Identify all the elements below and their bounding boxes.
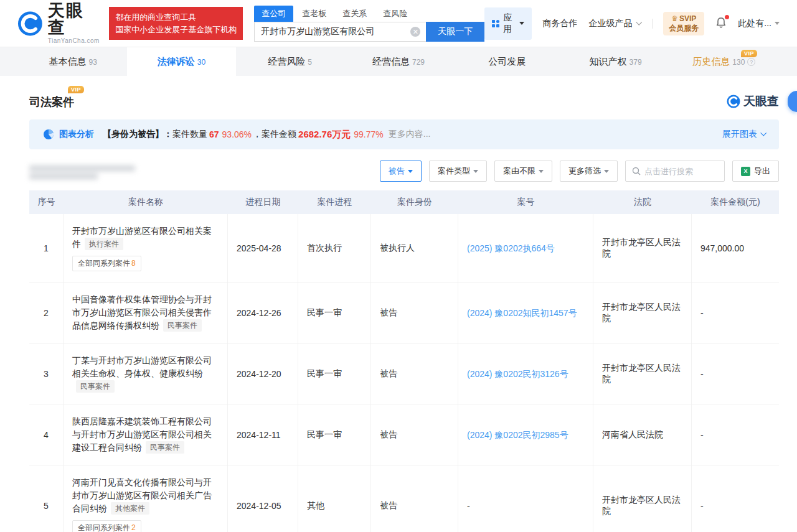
cause-filter-dropdown[interactable]: 案由不限: [494, 161, 552, 182]
cell-index: 5: [29, 465, 64, 532]
apps-menu-button[interactable]: 应用: [484, 7, 531, 40]
case-table: 序号案件名称进程日期案件进程案件身份案号法院案件金额(元)1开封市万岁山游览区有…: [29, 190, 779, 532]
search-tab-2[interactable]: 查老板: [295, 6, 334, 22]
table-row: 5河南开门见喜文化传播有限公司与开封市万岁山游览区有限公司相关广告合同纠纷其他案…: [29, 465, 779, 532]
column-header: 案件金额(元): [692, 190, 779, 214]
more-filters-dropdown[interactable]: 更多筛选: [560, 161, 618, 182]
case-number-link[interactable]: (2024) 豫0202民初2985号: [467, 429, 584, 441]
chevron-down-icon: [604, 170, 609, 173]
slogan-line1: 都在用的商业查询工具: [115, 11, 237, 24]
chevron-down-icon: [519, 22, 524, 25]
watermark-logo: 天眼查: [727, 93, 779, 110]
series-count: 2: [131, 523, 136, 532]
chevron-down-icon: [473, 170, 478, 173]
search-tab-3[interactable]: 查关系: [335, 6, 374, 22]
cell-case-name: 陕西居隆嘉禾建筑装饰工程有限公司与开封市万岁山游览区有限公司相关建设工程合同纠纷…: [64, 404, 228, 465]
search-icon: [632, 167, 641, 175]
case-type-tag: 执行案件: [85, 238, 123, 250]
chart-analysis-label[interactable]: 图表分析: [59, 129, 94, 140]
search-input[interactable]: [255, 27, 410, 37]
analysis-count-label: 案件数量: [172, 129, 207, 140]
case-type-filter-dropdown[interactable]: 案件类型: [429, 161, 487, 182]
analysis-amount-value: 2682.76万元: [296, 129, 352, 141]
cell-case-role: 被告: [371, 465, 458, 532]
chevron-down-icon: [539, 170, 544, 173]
excel-icon: X: [741, 167, 750, 176]
case-name-text[interactable]: 中国音像著作权集体管理协会与开封市万岁山游览区有限公司相关侵害作品信息网络传播权…: [72, 293, 219, 332]
enterprise-products-link[interactable]: 企业级产品: [589, 18, 641, 29]
cell-amount: -: [692, 343, 779, 404]
case-number-link[interactable]: (2024) 豫0202知民初1457号: [467, 307, 584, 319]
defendant-filter-dropdown[interactable]: 被告: [380, 161, 422, 182]
cell-case-progress: 其他: [298, 465, 371, 532]
search-tab-4[interactable]: 查风险: [375, 6, 415, 22]
filter-group: 被告 案件类型 案由不限 更多筛选 X 导出: [380, 161, 779, 182]
series-cases-button[interactable]: 全部同系列案件8: [72, 256, 141, 271]
cell-case-progress: 首次执行: [298, 214, 371, 282]
cell-progress-date: 2024-12-26: [228, 282, 298, 343]
clear-search-icon[interactable]: ✕: [410, 27, 420, 37]
analysis-count-pct: 93.06%: [221, 129, 253, 139]
cell-case-role: 被告: [371, 282, 458, 343]
search-button[interactable]: 天眼一下: [426, 22, 484, 42]
case-type-tag: 民事案件: [163, 319, 202, 332]
tab-法律诉讼[interactable]: 法律诉讼30: [127, 47, 235, 76]
tab-count: 5: [308, 58, 312, 67]
top-bar: 天眼查 TianYanCha.com 都在用的商业查询工具 国家中小企业发展子基…: [0, 0, 797, 47]
tab-基本信息[interactable]: 基本信息93: [19, 47, 127, 76]
table-row: 4陕西居隆嘉禾建筑装饰工程有限公司与开封市万岁山游览区有限公司相关建设工程合同纠…: [29, 404, 779, 465]
cell-progress-date: 2024-12-20: [228, 343, 298, 404]
cell-amount: -: [692, 282, 779, 343]
cell-amount: -: [692, 404, 779, 465]
help-icon: ?: [747, 58, 755, 66]
tab-知识产权[interactable]: 知识产权379: [561, 47, 669, 76]
cell-progress-date: 2024-12-11: [228, 404, 298, 465]
search-tab-1[interactable]: 查公司: [254, 6, 293, 22]
search-area: 查公司查老板查关系查风险 ✕ 天眼一下: [254, 6, 484, 42]
analysis-amount-pct: 99.77%: [352, 129, 384, 139]
user-account-menu[interactable]: 此处有...: [738, 18, 780, 29]
divider: [652, 19, 653, 29]
table-search-input[interactable]: [644, 167, 718, 176]
tab-经营信息[interactable]: 经营信息729: [344, 47, 453, 76]
case-name[interactable]: 陕西居隆嘉禾建筑装饰工程有限公司与开封市万岁山游览区有限公司相关建设工程合同纠纷: [72, 416, 212, 452]
series-cases-button[interactable]: 全部同系列案件2: [72, 520, 141, 532]
cell-case-name: 中国音像著作权集体管理协会与开封市万岁山游览区有限公司相关侵害作品信息网络传播权…: [64, 282, 228, 343]
cell-case-number: (2024) 豫0202民初3126号: [458, 343, 593, 404]
cell-case-number: -: [458, 465, 593, 532]
column-header: 案件名称: [64, 190, 228, 214]
tab-公司发展[interactable]: 公司发展: [453, 47, 561, 76]
business-cooperation-link[interactable]: 商务合作: [543, 18, 578, 29]
tianyancha-logo-icon: [17, 11, 43, 37]
chart-analysis-bar: 图表分析 【身份为被告】： 案件数量 67 93.06% ， 案件金额 2682…: [29, 119, 779, 149]
export-button[interactable]: X 导出: [732, 161, 779, 182]
pie-chart-icon: [43, 129, 54, 140]
tab-label: 法律诉讼: [158, 56, 195, 68]
expand-chart-link[interactable]: 展开图表: [722, 129, 765, 140]
notifications-bell-icon[interactable]: [715, 17, 727, 30]
case-number-link[interactable]: (2024) 豫0202民初3126号: [467, 368, 584, 380]
case-name-text[interactable]: 开封市万岁山游览区有限公司相关案件执行案件: [72, 225, 219, 251]
tab-label: 知识产权: [590, 56, 627, 68]
notification-dot: [725, 15, 729, 19]
case-number: -: [467, 501, 584, 511]
cell-index: 2: [29, 282, 64, 343]
cell-amount: 947,000.00: [692, 214, 779, 282]
table-row: 3丁某与开封市万岁山游览区有限公司相关生命权、身体权、健康权纠纷民事案件2024…: [29, 343, 779, 404]
analysis-count-value: 67: [207, 129, 221, 139]
tab-经营风险[interactable]: 经营风险5: [236, 47, 344, 76]
case-name-text[interactable]: 河南开门见喜文化传播有限公司与开封市万岁山游览区有限公司相关广告合同纠纷其他案件: [72, 476, 219, 515]
case-number-link[interactable]: (2025) 豫0202执664号: [467, 242, 584, 254]
tab-历史信息[interactable]: 历史信息130VIP?: [670, 47, 778, 76]
svip-membership-button[interactable]: ♛SVIP 会员服务: [663, 12, 704, 35]
blurred-region: [29, 163, 135, 182]
cell-progress-date: 2025-04-28: [228, 214, 298, 282]
tianyancha-logo[interactable]: 天眼查 TianYanCha.com: [17, 2, 100, 44]
case-name-text[interactable]: 丁某与开封市万岁山游览区有限公司相关生命权、身体权、健康权纠纷民事案件: [72, 354, 219, 393]
slogan-banner: 都在用的商业查询工具 国家中小企业发展子基金旗下机构: [109, 7, 243, 40]
chevron-down-icon: [775, 22, 780, 25]
cell-case-number: (2024) 豫0202民初2985号: [458, 404, 593, 465]
logo-text: 天眼查: [48, 2, 100, 36]
case-name[interactable]: 丁某与开封市万岁山游览区有限公司相关生命权、身体权、健康权纠纷: [72, 355, 212, 378]
case-name-text[interactable]: 陕西居隆嘉禾建筑装饰工程有限公司与开封市万岁山游览区有限公司相关建设工程合同纠纷…: [72, 415, 219, 454]
